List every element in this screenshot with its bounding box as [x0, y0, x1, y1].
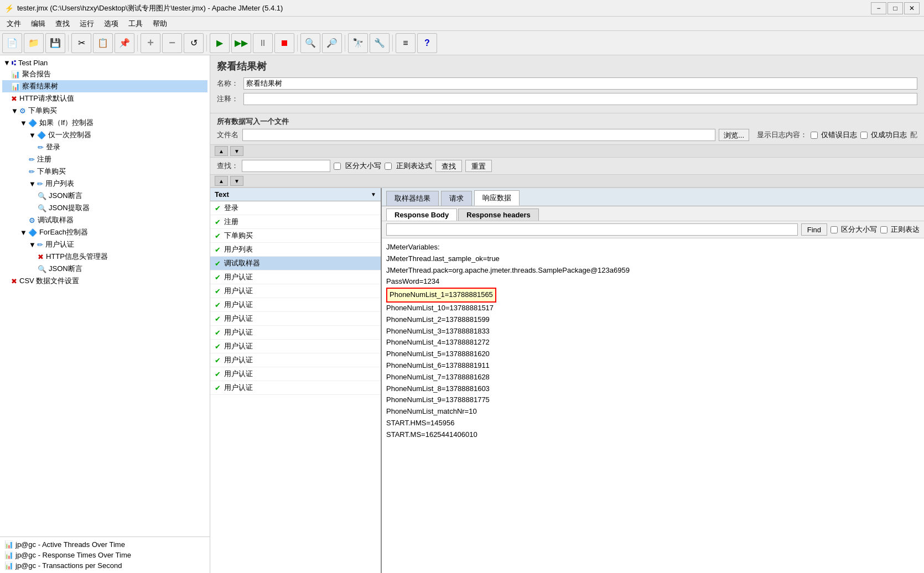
- help-button[interactable]: ?: [417, 33, 437, 53]
- sample-item-2[interactable]: ✔ 下单购买: [210, 229, 381, 243]
- tree-item-user-list[interactable]: ▼ ✏ 用户列表: [2, 178, 207, 190]
- remove-button[interactable]: −: [162, 33, 182, 53]
- tree-item-foreach[interactable]: ▼ 🔷 ForEach控制器: [2, 226, 207, 238]
- toolbar-sep-3: [206, 35, 207, 51]
- run-all-button[interactable]: ▶▶: [231, 33, 251, 53]
- content-line-3: PassWord=1234: [386, 276, 920, 288]
- tree-item-json-extractor[interactable]: 🔍 JSON提取器: [2, 202, 207, 214]
- sample-item-0[interactable]: ✔ 登录: [210, 201, 381, 215]
- tool-button[interactable]: 🔧: [370, 33, 390, 53]
- tab-request[interactable]: 请求: [441, 191, 472, 206]
- run-button[interactable]: ▶: [210, 33, 230, 53]
- tree-item-once-controller[interactable]: ▼ 🔷 仅一次控制器: [2, 129, 207, 141]
- tree-item-auth[interactable]: ▼ ✏ 用户认证: [2, 238, 207, 251]
- find-button[interactable]: 查找: [435, 160, 462, 172]
- tree-item-debug-sampler[interactable]: ⚙ 调试取样器: [2, 214, 207, 226]
- tab-sampler-result[interactable]: 取样器结果: [386, 191, 439, 206]
- error-log-checkbox[interactable]: [811, 132, 818, 139]
- tree-item-http-header[interactable]: ✖ HTTP信息头管理器: [2, 251, 207, 263]
- dropdown-arrow-icon[interactable]: ▼: [371, 191, 376, 197]
- sample-label-7: 用户认证: [224, 300, 253, 310]
- sample-item-9[interactable]: ✔ 用户认证: [210, 326, 381, 340]
- menu-help[interactable]: 帮助: [148, 18, 172, 30]
- tree-item-test-plan[interactable]: ▼ ⑆ Test Plan: [2, 58, 207, 68]
- sub-tab-response-body[interactable]: Response Body: [386, 209, 457, 221]
- collapse-down-button[interactable]: ▼: [230, 146, 243, 156]
- pause-button[interactable]: ⏸: [253, 33, 273, 53]
- tree-item-login[interactable]: ✏ 登录: [2, 141, 207, 153]
- success-log-checkbox[interactable]: [860, 132, 868, 139]
- tree-label: HTTP请求默认值: [19, 93, 74, 103]
- sample-item-8[interactable]: ✔ 用户认证: [210, 312, 381, 326]
- minimize-button[interactable]: −: [871, 2, 886, 14]
- detail-regex-checkbox[interactable]: [880, 226, 887, 233]
- collapse-down2-button[interactable]: ▼: [230, 176, 243, 186]
- collapse-up2-button[interactable]: ▲: [215, 176, 228, 186]
- detail-find-button[interactable]: Find: [801, 223, 827, 236]
- tree-label: ForEach控制器: [39, 227, 88, 237]
- menu-options[interactable]: 选项: [100, 18, 123, 30]
- file-input[interactable]: [242, 129, 715, 141]
- add-button[interactable]: +: [141, 33, 160, 53]
- tree-item-order2[interactable]: ✏ 下单购买: [2, 165, 207, 178]
- paste-button[interactable]: 📌: [115, 33, 134, 53]
- tree-item-http-defaults[interactable]: ✖ HTTP请求默认值: [2, 92, 207, 105]
- copy-button[interactable]: 📋: [93, 33, 113, 53]
- search-button2[interactable]: 🔎: [322, 33, 342, 53]
- binoculars-button[interactable]: 🔭: [348, 33, 368, 53]
- menu-edit[interactable]: 编辑: [27, 18, 50, 30]
- sample-label-6: 用户认证: [224, 286, 253, 296]
- sample-item-11[interactable]: ✔ 用户认证: [210, 353, 381, 367]
- name-input[interactable]: [243, 77, 917, 90]
- tree-item-if-controller[interactable]: ▼ 🔷 如果（If）控制器: [2, 117, 207, 129]
- search-input[interactable]: [242, 160, 330, 172]
- detail-search-input[interactable]: [386, 223, 798, 236]
- collapse-up-button[interactable]: ▲: [215, 146, 228, 156]
- cut-button[interactable]: ✂: [71, 33, 91, 53]
- tree-item-result-tree[interactable]: 📊 察看结果树: [2, 80, 207, 92]
- maximize-button[interactable]: □: [887, 2, 903, 14]
- jp-item-1[interactable]: 📊 jp@gc - Active Threads Over Time: [2, 539, 207, 550]
- sample-item-10[interactable]: ✔ 用户认证: [210, 340, 381, 353]
- open-button[interactable]: 📁: [24, 33, 44, 53]
- reset-button[interactable]: 重置: [465, 160, 492, 172]
- jp-item-3[interactable]: 📊 jp@gc - Transactions per Second: [2, 560, 207, 571]
- clear-button[interactable]: ↺: [184, 33, 204, 53]
- sample-item-4[interactable]: ✔ 调试取样器: [210, 257, 381, 270]
- detail-case-checkbox[interactable]: [830, 226, 838, 233]
- tree-item-aggregate[interactable]: 📊 聚合报告: [2, 68, 207, 80]
- status-ok-icon-7: ✔: [215, 301, 221, 309]
- tab-response-data[interactable]: 响应数据: [474, 190, 520, 206]
- sample-item-1[interactable]: ✔ 注册: [210, 215, 381, 229]
- regex-checkbox[interactable]: [385, 163, 392, 170]
- sample-item-3[interactable]: ✔ 用户列表: [210, 243, 381, 257]
- content-line-15: START.HMS=145956: [386, 418, 920, 429]
- menu-find[interactable]: 查找: [51, 18, 74, 30]
- sample-label-13: 用户认证: [224, 383, 253, 393]
- menu-run[interactable]: 运行: [75, 18, 98, 30]
- case-sensitive-checkbox[interactable]: [334, 163, 341, 170]
- sub-tab-response-headers[interactable]: Response headers: [458, 209, 539, 221]
- sample-item-6[interactable]: ✔ 用户认证: [210, 284, 381, 298]
- jp-item-2[interactable]: 📊 jp@gc - Response Times Over Time: [2, 550, 207, 560]
- comment-input[interactable]: [243, 93, 917, 105]
- list-button[interactable]: ≡: [396, 33, 416, 53]
- search-button1[interactable]: 🔍: [300, 33, 320, 53]
- save-button[interactable]: 💾: [45, 33, 65, 53]
- menu-file[interactable]: 文件: [2, 18, 25, 30]
- tree-item-csv[interactable]: ✖ CSV 数据文件设置: [2, 275, 207, 287]
- stop-button[interactable]: ⏹: [274, 33, 294, 53]
- tree-item-json-assert2[interactable]: 🔍 JSON断言: [2, 263, 207, 275]
- sample-item-13[interactable]: ✔ 用户认证: [210, 381, 381, 395]
- sample-item-12[interactable]: ✔ 用户认证: [210, 367, 381, 381]
- new-button[interactable]: 📄: [2, 33, 22, 53]
- menu-tools[interactable]: 工具: [124, 18, 147, 30]
- sample-item-7[interactable]: ✔ 用户认证: [210, 298, 381, 312]
- tree-item-register[interactable]: ✏ 注册: [2, 153, 207, 165]
- sample-item-5[interactable]: ✔ 用户认证: [210, 270, 381, 284]
- browse-button[interactable]: 浏览...: [719, 129, 749, 141]
- tree-label: CSV 数据文件设置: [19, 276, 79, 286]
- tree-item-order[interactable]: ▼ ⚙ 下单购买: [2, 105, 207, 117]
- tree-item-json-assert[interactable]: 🔍 JSON断言: [2, 190, 207, 202]
- close-button[interactable]: ✕: [904, 2, 920, 14]
